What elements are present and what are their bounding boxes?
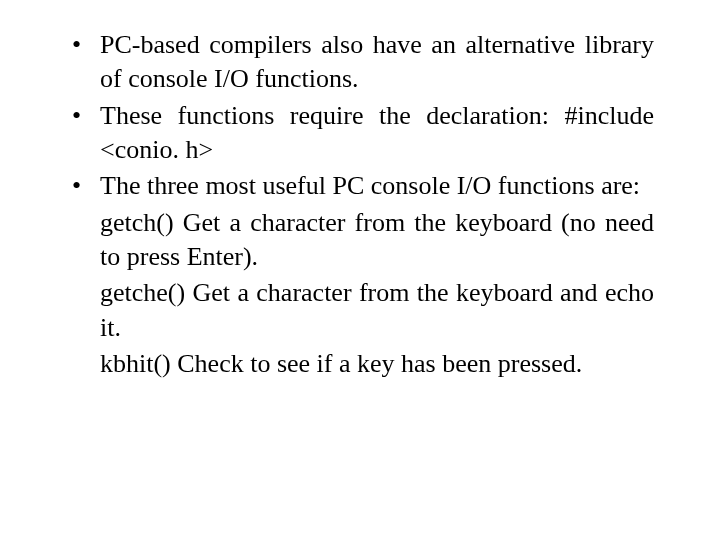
- sub-text: kbhit() Check to see if a key has been p…: [66, 347, 654, 381]
- bullet-text: The three most useful PC console I/O fun…: [100, 171, 640, 200]
- bullet-list: PC-based compilers also have an alternat…: [66, 28, 654, 204]
- bullet-item: PC-based compilers also have an alternat…: [66, 28, 654, 97]
- sub-text: getch() Get a character from the keyboar…: [66, 206, 654, 275]
- slide-content: PC-based compilers also have an alternat…: [0, 0, 720, 540]
- bullet-item: The three most useful PC console I/O fun…: [66, 169, 654, 203]
- bullet-item: These functions require the declaration:…: [66, 99, 654, 168]
- bullet-text: These functions require the declaration:…: [100, 101, 654, 164]
- sub-text: getche() Get a character from the keyboa…: [66, 276, 654, 345]
- bullet-text: PC-based compilers also have an alternat…: [100, 30, 654, 93]
